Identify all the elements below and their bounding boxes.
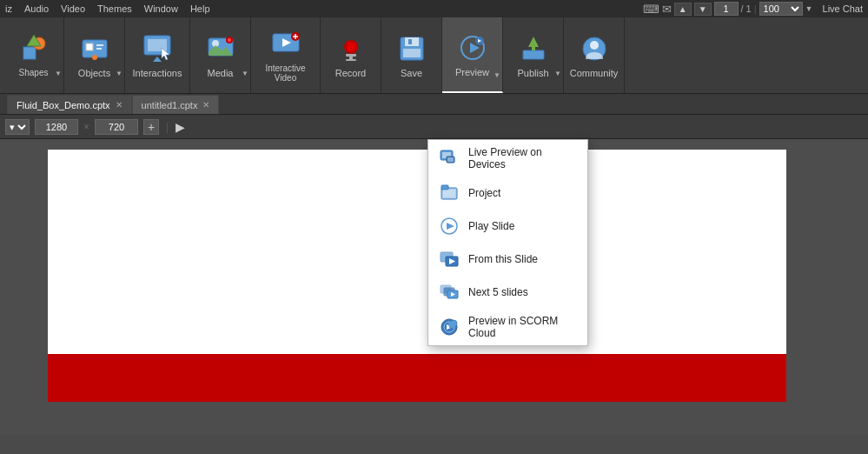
tab-untitled1-label: untitled1.cptx xyxy=(142,100,198,110)
dropdown-item-from-this-slide-label: From this Slide xyxy=(468,253,538,265)
svg-rect-44 xyxy=(443,190,455,197)
community-label: Community xyxy=(570,68,619,78)
media-icon xyxy=(205,33,236,64)
red-banner-text: E xyxy=(409,364,426,392)
toolbar-btn-shapes[interactable]: Shapes ▼ xyxy=(3,17,64,93)
toolbar-btn-preview[interactable]: Preview ▼ xyxy=(442,17,503,93)
svg-rect-23 xyxy=(346,54,356,57)
dropdown-item-project[interactable]: Project xyxy=(428,177,587,210)
menu-item-audio[interactable]: Audio xyxy=(24,3,49,14)
publish-label: Publish xyxy=(517,68,548,78)
svg-marker-46 xyxy=(447,223,454,230)
community-icon xyxy=(579,33,610,64)
svg-marker-35 xyxy=(528,37,539,50)
add-slide-button[interactable]: + xyxy=(143,119,159,135)
width-input[interactable] xyxy=(35,119,78,135)
shapes-icon xyxy=(18,33,50,64)
menu-item-window[interactable]: Window xyxy=(144,3,178,14)
media-label: Media xyxy=(208,68,234,78)
slide-red-banner: E xyxy=(48,354,786,402)
mail-icon: ✉ xyxy=(662,3,672,16)
toolbar-btn-community[interactable]: Community xyxy=(564,17,625,93)
preview-scorm-icon xyxy=(439,317,460,337)
dropdown-item-next-5-slides-label: Next 5 slides xyxy=(468,286,528,298)
svg-rect-24 xyxy=(349,57,353,59)
height-input[interactable] xyxy=(95,119,138,135)
menu-item-themes[interactable]: Themes xyxy=(97,3,132,14)
toolbar-btn-media[interactable]: Media ▼ xyxy=(190,17,251,93)
next-slide-button[interactable]: ▼ xyxy=(694,3,712,16)
toolbar-btn-publish[interactable]: Publish ▼ xyxy=(503,17,564,93)
dropdown-item-play-slide[interactable]: Play Slide xyxy=(428,210,587,243)
play-slide-icon xyxy=(439,216,460,237)
live-chat-label[interactable]: Live Chat xyxy=(823,3,863,14)
tab-untitled1[interactable]: untitled1.cptx ✕ xyxy=(132,95,220,114)
current-page-input[interactable] xyxy=(714,2,739,16)
toolbar-btn-objects[interactable]: Objects ▼ xyxy=(64,17,125,93)
menu-item-help[interactable]: Help xyxy=(190,3,210,14)
project-icon xyxy=(439,183,460,204)
svg-rect-4 xyxy=(86,43,93,50)
svg-marker-10 xyxy=(153,57,162,62)
preview-dropdown-menu: Live Preview on Devices Project Play xyxy=(427,139,588,346)
menubar: iz Audio Video Themes Window Help ⌨ ✉ ▲ … xyxy=(0,0,868,17)
svg-rect-29 xyxy=(408,39,412,44)
record-label: Record xyxy=(335,68,366,78)
svg-rect-41 xyxy=(447,157,454,162)
zoom-select[interactable]: 100 75 50 xyxy=(759,2,803,16)
shapes-label: Shapes xyxy=(19,68,49,77)
slide-canvas: E xyxy=(48,150,786,402)
preview-icon xyxy=(457,32,488,63)
dropdown-item-live-preview[interactable]: Live Preview on Devices xyxy=(428,140,587,177)
view-select[interactable]: ▾ xyxy=(5,119,30,135)
save-icon xyxy=(396,33,427,64)
preview-label: Preview xyxy=(455,67,489,77)
play-button[interactable]: ▶ xyxy=(176,120,185,134)
svg-point-22 xyxy=(347,43,355,51)
svg-rect-43 xyxy=(441,185,448,190)
svg-point-7 xyxy=(92,55,97,60)
dropdown-item-next-5-slides[interactable]: Next 5 slides xyxy=(428,276,587,309)
dropdown-item-live-preview-label: Live Preview on Devices xyxy=(468,146,577,170)
dropdown-arrow-zoom: ▼ xyxy=(805,4,813,13)
main-area: E Live Preview on Devices xyxy=(0,139,868,435)
dropdown-item-from-this-slide[interactable]: From this Slide xyxy=(428,243,587,276)
svg-rect-59 xyxy=(449,324,455,328)
media-dropdown-arrow: ▼ xyxy=(242,70,248,77)
main-toolbar: Shapes ▼ Objects ▼ Interac xyxy=(0,17,868,94)
slide-navigation: ⌨ ✉ ▲ ▼ / 1 | 100 75 50 ▼ Live Chat xyxy=(643,2,863,16)
size-separator: × xyxy=(83,121,89,133)
shapes-dropdown-arrow: ▼ xyxy=(55,70,62,77)
tab-fluid-box[interactable]: Fluid_Box_Demo.cptx ✕ xyxy=(7,95,132,114)
toolbar-btn-interactions[interactable]: Interactions xyxy=(125,17,190,93)
svg-rect-0 xyxy=(23,47,36,59)
toolbar-btn-record[interactable]: Record xyxy=(321,17,381,93)
dropdown-item-preview-scorm-label: Preview in SCORM Cloud xyxy=(468,315,577,339)
tab-bar: Fluid_Box_Demo.cptx ✕ untitled1.cptx ✕ xyxy=(0,94,868,115)
tab-fluid-box-label: Fluid_Box_Demo.cptx xyxy=(17,100,110,110)
total-pages: 1 xyxy=(746,3,752,14)
tab-untitled1-close[interactable]: ✕ xyxy=(202,100,209,110)
second-toolbar: ▾ × + | ▶ xyxy=(0,115,868,139)
interactions-icon xyxy=(142,33,173,64)
preview-dropdown-arrow: ▼ xyxy=(494,71,500,79)
next-5-slides-icon xyxy=(439,282,460,303)
dropdown-item-preview-scorm[interactable]: Preview in SCORM Cloud xyxy=(428,309,587,345)
interactive-video-icon xyxy=(270,29,301,60)
svg-rect-25 xyxy=(346,59,356,61)
svg-rect-34 xyxy=(523,50,544,59)
interactions-label: Interactions xyxy=(133,68,182,78)
menu-item-video[interactable]: Video xyxy=(61,3,85,14)
svg-rect-28 xyxy=(403,49,421,57)
prev-slide-button[interactable]: ▲ xyxy=(674,3,692,16)
toolbar-btn-save[interactable]: Save xyxy=(381,17,442,93)
toolbar-btn-interactive-video[interactable]: Interactive Video xyxy=(251,17,321,93)
tab-fluid-box-close[interactable]: ✕ xyxy=(116,100,123,110)
keyboard-icon: ⌨ xyxy=(643,3,659,16)
page-separator: / xyxy=(741,3,744,14)
divider: | xyxy=(754,3,757,14)
objects-dropdown-arrow: ▼ xyxy=(116,70,123,77)
dropdown-item-play-slide-label: Play Slide xyxy=(468,220,514,232)
dropdown-item-project-label: Project xyxy=(468,187,500,199)
menu-item-iz[interactable]: iz xyxy=(5,3,12,14)
